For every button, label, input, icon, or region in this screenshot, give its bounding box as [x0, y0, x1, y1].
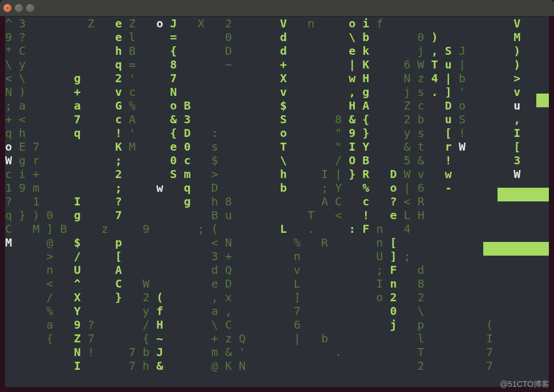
- window-minimize-button[interactable]: −: [15, 4, 23, 12]
- window-close-button[interactable]: ✕: [3, 4, 11, 12]
- matrix-rain-output: ^ 3 Z e Z o J X 2 V n o i f V 9 ? e l = …: [5, 17, 549, 373]
- cursor-highlight: [498, 188, 549, 201]
- watermark-text: @51CTO博客: [500, 379, 549, 390]
- terminal-viewport[interactable]: ^ 3 Z e Z o J X 2 V n o i f V 9 ? e l = …: [5, 16, 549, 387]
- window-maximize-button[interactable]: ▢: [26, 4, 34, 12]
- cursor-highlight: [536, 94, 549, 107]
- app-window: ✕ − ▢ ^ 3 Z e Z o J X 2 V n o i f V 9 ? …: [0, 0, 554, 392]
- cursor-highlight: [483, 242, 549, 256]
- window-titlebar: ✕ − ▢: [0, 0, 554, 16]
